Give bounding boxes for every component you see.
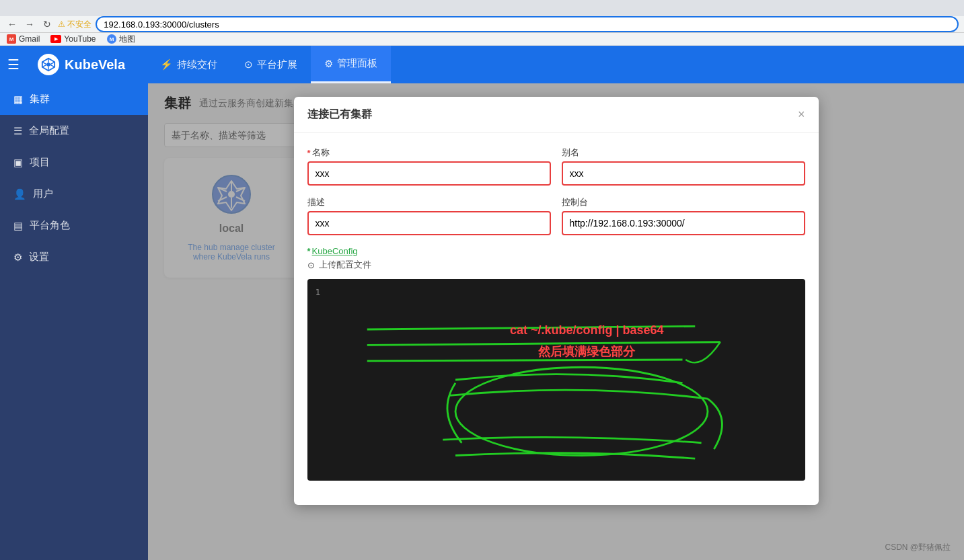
name-input[interactable] — [307, 161, 551, 186]
kubeconfig-label: * KubeConfig — [307, 246, 805, 256]
code-annotation: cat ~/.kube/config | base64 然后填满绿色部分 — [510, 319, 664, 363]
bookmark-maps-label: 地图 — [119, 34, 135, 45]
settings-icon: ⚙ — [13, 251, 22, 264]
sidebar-projects-label: 项目 — [30, 156, 50, 169]
modal-title: 连接已有集群 — [307, 108, 372, 122]
upload-button[interactable]: ⊙ 上传配置文件 — [307, 259, 805, 271]
code-editor[interactable]: 1 — [307, 279, 805, 481]
nav-tabs: ⚡ 持续交付 ⊙ 平台扩展 ⚙ 管理面板 — [147, 46, 391, 83]
sidebar-global-config-label: 全局配置 — [29, 124, 69, 137]
delivery-icon: ⚡ — [160, 58, 173, 71]
global-config-icon: ☰ — [13, 125, 22, 137]
platform-icon: ⊙ — [244, 58, 253, 71]
bookmark-maps[interactable]: M 地图 — [107, 34, 135, 45]
sidebar-roles-label: 平台角色 — [30, 219, 70, 232]
console-label: 控制台 — [562, 196, 805, 208]
tab-delivery-label: 持续交付 — [177, 58, 217, 71]
tab-platform[interactable]: ⊙ 平台扩展 — [231, 46, 311, 83]
desc-label-text: 描述 — [307, 196, 325, 208]
svg-text:M: M — [109, 36, 114, 42]
bookmarks-bar: M Gmail ▶ YouTube M 地图 — [0, 33, 964, 46]
form-group-console: 控制台 — [562, 196, 805, 235]
logo-text: KubeVela — [65, 57, 125, 73]
users-icon: 👤 — [13, 188, 26, 200]
browser-toolbar: ← → ↻ ⚠ 不安全 — [0, 16, 964, 33]
svg-point-3 — [46, 63, 50, 67]
maps-icon: M — [107, 34, 116, 44]
browser-chrome: ← → ↻ ⚠ 不安全 M Gmail ▶ YouTube M 地图 — [0, 0, 964, 46]
page-area: 集群 通过云服务商创建新集群/导入已有集群 🔍 — [148, 83, 964, 560]
tab-platform-label: 平台扩展 — [257, 58, 297, 71]
gmail-icon: M — [7, 34, 16, 44]
forward-button[interactable]: → — [23, 17, 36, 31]
svg-line-9 — [50, 62, 54, 64]
modal-body: * 名称 别名 — [294, 133, 819, 505]
security-warning: ⚠ 不安全 — [58, 19, 91, 30]
back-button[interactable]: ← — [5, 17, 19, 31]
annotation-line2: 然后填满绿色部分 — [510, 341, 664, 362]
code-scribble — [307, 279, 805, 481]
name-label: * 名称 — [307, 147, 551, 159]
kubeconfig-label-text: KubeConfig — [312, 246, 358, 256]
browser-tabs — [0, 0, 964, 16]
sidebar-item-roles[interactable]: ▤ 平台角色 — [0, 210, 148, 241]
alias-label-text: 别名 — [562, 147, 579, 159]
sidebar-item-users[interactable]: 👤 用户 — [0, 178, 148, 210]
sidebar-item-projects[interactable]: ▣ 项目 — [0, 147, 148, 178]
upload-label-text: 上传配置文件 — [319, 259, 371, 271]
tab-admin[interactable]: ⚙ 管理面板 — [311, 46, 391, 83]
sidebar: ▦ 集群 ☰ 全局配置 ▣ 项目 👤 用户 ▤ 平台角色 ⚙ 设置 — [0, 83, 148, 560]
console-input[interactable] — [562, 211, 805, 235]
roles-icon: ▤ — [13, 220, 23, 232]
form-group-name: * 名称 — [307, 147, 551, 186]
kubeconfig-required-star: * — [307, 246, 311, 256]
bookmark-youtube-label: YouTube — [64, 34, 96, 44]
annotation-line1: cat ~/.kube/config | base64 — [510, 319, 664, 341]
bookmark-gmail-label: Gmail — [19, 34, 40, 44]
upload-icon: ⊙ — [307, 260, 315, 270]
logo-icon — [38, 54, 59, 75]
sidebar-item-settings[interactable]: ⚙ 设置 — [0, 241, 148, 273]
form-group-alias: 别名 — [562, 147, 805, 186]
clusters-icon: ▦ — [13, 93, 23, 106]
modal-overlay: 连接已有集群 × * 名称 — [148, 83, 964, 560]
tab-admin-label: 管理面板 — [337, 57, 377, 70]
alias-input[interactable] — [562, 161, 805, 186]
svg-line-7 — [50, 65, 54, 67]
sidebar-clusters-label: 集群 — [30, 93, 50, 106]
bookmark-gmail[interactable]: M Gmail — [7, 34, 40, 44]
desc-label: 描述 — [307, 196, 551, 208]
alias-label: 别名 — [562, 147, 805, 159]
svg-line-6 — [42, 62, 46, 64]
bookmark-youtube[interactable]: ▶ YouTube — [50, 34, 96, 44]
name-required-star: * — [307, 148, 311, 158]
youtube-icon: ▶ — [50, 35, 61, 43]
sidebar-item-clusters[interactable]: ▦ 集群 — [0, 83, 148, 115]
sidebar-users-label: 用户 — [33, 188, 53, 200]
connect-cluster-modal: 连接已有集群 × * 名称 — [294, 97, 819, 505]
form-row-2: 描述 控制台 — [307, 196, 805, 235]
form-row-kubeconfig: * KubeConfig ⊙ 上传配置文件 1 — [307, 246, 805, 481]
logo: KubeVela — [27, 54, 136, 75]
admin-icon: ⚙ — [324, 58, 333, 70]
main-content: ▦ 集群 ☰ 全局配置 ▣ 项目 👤 用户 ▤ 平台角色 ⚙ 设置 — [0, 83, 964, 560]
console-label-text: 控制台 — [562, 196, 588, 208]
refresh-button[interactable]: ↻ — [40, 17, 54, 31]
modal-header: 连接已有集群 × — [294, 97, 819, 133]
form-group-kubeconfig: * KubeConfig ⊙ 上传配置文件 1 — [307, 246, 805, 481]
modal-close-button[interactable]: × — [798, 108, 805, 122]
app-container: ☰ KubeVela ⚡ 持续交付 — [0, 46, 964, 560]
svg-line-8 — [42, 65, 46, 67]
form-row-1: * 名称 别名 — [307, 147, 805, 186]
form-group-desc: 描述 — [307, 196, 551, 235]
name-label-text: 名称 — [312, 147, 330, 159]
sidebar-item-global-config[interactable]: ☰ 全局配置 — [0, 115, 148, 147]
address-bar[interactable] — [96, 16, 959, 32]
projects-icon: ▣ — [13, 157, 23, 169]
top-nav: ☰ KubeVela ⚡ 持续交付 — [0, 46, 964, 83]
hamburger-menu[interactable]: ☰ — [0, 46, 27, 83]
desc-input[interactable] — [307, 211, 551, 235]
tab-delivery[interactable]: ⚡ 持续交付 — [147, 46, 231, 83]
sidebar-settings-label: 设置 — [29, 251, 49, 264]
